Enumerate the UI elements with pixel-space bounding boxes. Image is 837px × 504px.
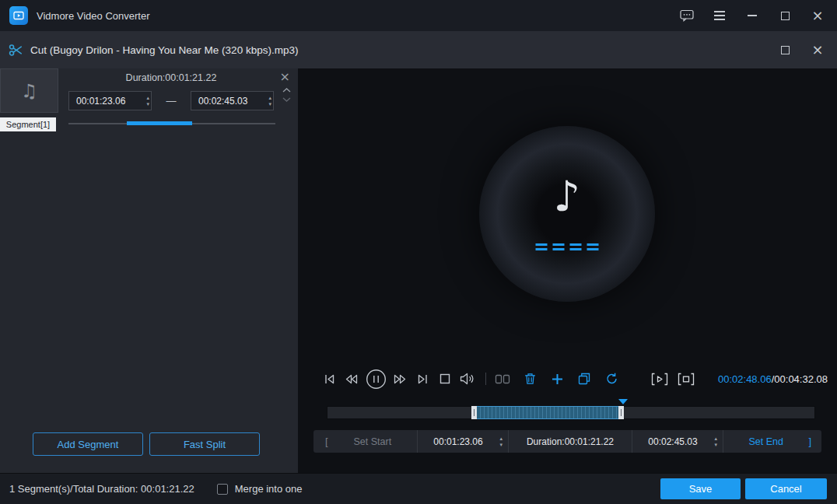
scissors-icon — [8, 43, 23, 58]
cut-start-value[interactable]: 00:01:23.06 — [433, 436, 482, 447]
titlebar: Vidmore Video Converter × — [0, 0, 837, 31]
rewind-icon[interactable] — [342, 369, 361, 388]
cut-end-spinner[interactable]: ▴ ▾ — [714, 430, 717, 453]
timeline-selection[interactable] — [471, 406, 624, 419]
cut-dialog-header: Cut (Bugoy Drilon - Having You Near Me (… — [0, 31, 837, 68]
pause-icon[interactable] — [365, 369, 387, 388]
dialog-close-button[interactable]: × — [811, 43, 825, 57]
segment-summary: 1 Segment(s)/Total Duration: 00:01:21.22 — [9, 483, 194, 495]
playback-controls: 00:02:48.06/00:04:32.08 — [298, 367, 837, 390]
segment-start-field[interactable]: ▴ ▾ — [68, 91, 152, 110]
set-end-button[interactable]: Set End ] — [723, 430, 821, 453]
segment-start-input[interactable] — [69, 92, 151, 110]
cancel-button[interactable]: Cancel — [745, 478, 827, 499]
maximize-button[interactable] — [778, 9, 792, 23]
spin-up-icon[interactable]: ▴ — [714, 436, 717, 442]
menu-icon[interactable] — [713, 9, 727, 23]
next-frame-icon[interactable] — [413, 369, 432, 388]
dialog-maximize-button[interactable] — [778, 43, 792, 57]
segment-remove-icon[interactable]: × — [280, 69, 290, 84]
preview-panel: ♪ — [298, 68, 837, 473]
segment-panel: ♫ Segment[1] Duration:00:01:21.22 ▴ ▾ — … — [0, 68, 298, 473]
fast-forward-icon[interactable] — [390, 369, 409, 388]
segment-actions: Add Segment Fast Split — [0, 432, 298, 456]
segment-start-spinner[interactable]: ▴ ▾ — [146, 92, 149, 110]
spin-down-icon[interactable]: ▾ — [146, 101, 149, 107]
close-button[interactable]: × — [811, 9, 825, 23]
fast-split-button[interactable]: Fast Split — [149, 432, 260, 456]
minimize-button[interactable] — [745, 9, 759, 23]
cut-end-field[interactable]: 00:02:45.03 ▴ ▾ — [632, 430, 723, 453]
current-time: 00:02:48.06 — [718, 373, 772, 385]
reset-icon[interactable] — [602, 369, 621, 388]
cut-bar: [ Set Start 00:01:23.06 ▴ ▾ Duration:00:… — [313, 430, 821, 453]
segment-duration-label: Duration:00:01:21.22 — [68, 72, 274, 83]
merge-checkbox[interactable] — [217, 484, 228, 495]
stop-icon[interactable] — [436, 369, 454, 388]
split-segment-icon[interactable] — [493, 369, 512, 388]
save-button[interactable]: Save — [660, 478, 741, 499]
dialog-window-controls: × — [778, 43, 825, 57]
segment-mini-timeline[interactable] — [68, 120, 275, 127]
copy-segment-icon[interactable] — [575, 369, 594, 388]
selection-end-handle[interactable] — [618, 406, 624, 419]
add-segment-button[interactable]: Add Segment — [33, 432, 143, 456]
volume-icon[interactable] — [458, 369, 477, 388]
dialog-body: ♫ Segment[1] Duration:00:01:21.22 ▴ ▾ — … — [0, 68, 837, 473]
spin-up-icon[interactable]: ▴ — [146, 95, 149, 101]
spin-up-icon[interactable]: ▴ — [499, 436, 503, 442]
add-segment-icon[interactable] — [548, 369, 566, 388]
spin-down-icon[interactable]: ▾ — [499, 442, 503, 448]
feedback-icon[interactable] — [680, 9, 694, 23]
app-title: Vidmore Video Converter — [37, 10, 150, 22]
segment-end-input[interactable] — [191, 92, 273, 110]
cut-end-value[interactable]: 00:02:45.03 — [648, 436, 697, 447]
range-separator: — — [152, 95, 191, 107]
cut-dialog-title: Cut (Bugoy Drilon - Having You Near Me (… — [30, 44, 298, 56]
previous-frame-icon[interactable] — [320, 369, 338, 388]
equalizer-icon — [536, 243, 599, 250]
audio-disc: ♪ — [479, 126, 655, 302]
music-note-icon: ♫ — [21, 80, 38, 102]
cut-duration-label: Duration:00:01:21.22 — [509, 436, 632, 447]
segment-end-field[interactable]: ▴ ▾ — [191, 91, 274, 110]
timeline-track[interactable] — [327, 406, 815, 419]
spin-down-icon[interactable]: ▾ — [268, 101, 271, 107]
music-note-icon: ♪ — [554, 172, 580, 221]
time-display: 00:02:48.06/00:04:32.08 — [718, 373, 828, 385]
window-controls: × — [680, 9, 825, 23]
set-start-button[interactable]: [ Set Start — [313, 430, 417, 453]
app-window: Vidmore Video Converter × — [0, 0, 837, 504]
controls-divider — [485, 373, 486, 385]
cut-start-spinner[interactable]: ▴ ▾ — [499, 430, 503, 453]
status-bar: 1 Segment(s)/Total Duration: 00:01:21.22… — [0, 473, 837, 504]
delete-segment-icon[interactable] — [520, 369, 539, 388]
frame-select-icon[interactable] — [676, 369, 696, 388]
preview-segment-icon[interactable] — [650, 369, 670, 388]
segment-time-range: ▴ ▾ — ▴ ▾ — [68, 91, 274, 110]
segment-label: Segment[1] — [0, 117, 56, 131]
app-logo-icon — [9, 6, 28, 25]
cut-start-field[interactable]: 00:01:23.06 ▴ ▾ — [418, 430, 508, 453]
dialog-actions: Save Cancel — [660, 478, 827, 499]
merge-label: Merge into one — [235, 483, 303, 495]
chevron-down-icon[interactable] — [282, 97, 291, 102]
spin-up-icon[interactable]: ▴ — [268, 95, 271, 101]
chevron-up-icon[interactable] — [282, 88, 291, 93]
set-start-label: Set Start — [328, 436, 417, 447]
total-time: 00:04:32.08 — [774, 373, 828, 385]
end-bracket: ] — [808, 436, 811, 447]
segment-thumbnail[interactable]: ♫ — [0, 68, 58, 113]
set-end-label: Set End — [723, 436, 808, 447]
mini-timeline-selection[interactable] — [127, 121, 192, 125]
playhead-marker[interactable] — [618, 399, 628, 404]
selection-start-handle[interactable] — [471, 406, 477, 419]
segment-end-spinner[interactable]: ▴ ▾ — [268, 92, 271, 110]
spin-down-icon[interactable]: ▾ — [714, 442, 717, 448]
